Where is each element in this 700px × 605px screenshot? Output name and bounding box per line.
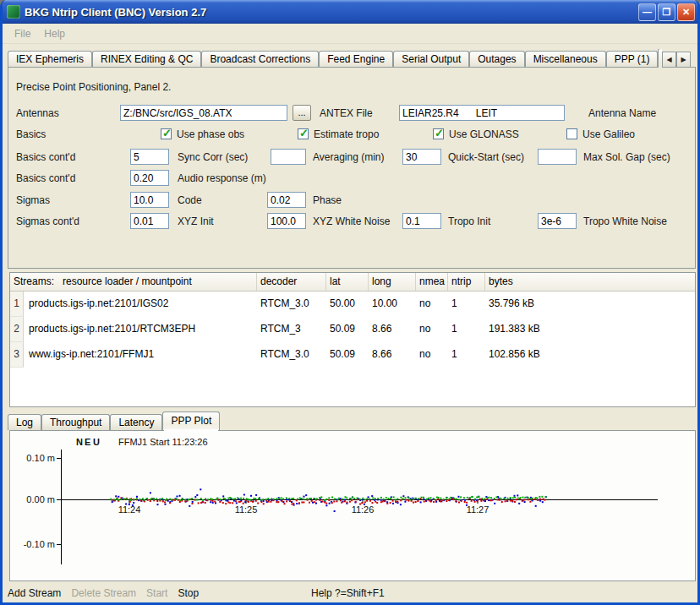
delete-stream-button[interactable]: Delete Stream (66, 584, 141, 602)
tab-iex-ephemeris[interactable]: IEX Ephemeris (8, 51, 92, 68)
bottom-tab-bar: Log Throughput Latency PPP Plot (8, 412, 220, 430)
tab-feed-engine[interactable]: Feed Engine (319, 51, 393, 68)
row-number: 3 (10, 342, 24, 368)
col-header-decoder[interactable]: decoder (257, 273, 326, 291)
antennas-label: Antennas (16, 107, 59, 119)
audio-response-label: Audio response (m) (178, 172, 266, 184)
averaging-input[interactable] (271, 149, 306, 165)
tab-outages[interactable]: Outages (469, 51, 524, 68)
panel-title: Precise Point Positioning, Panel 2. (16, 81, 171, 93)
tab-serial-output[interactable]: Serial Output (393, 51, 469, 68)
tab-broadcast-corrections[interactable]: Broadcast Corrections (201, 51, 319, 68)
basics2-label: Basics cont'd (16, 151, 75, 163)
menu-bar: File Help (3, 24, 697, 44)
cell-ntrip: 1 (448, 317, 485, 342)
status-bar: Add Stream Delete Stream Start Stop Help… (3, 581, 697, 605)
table-row[interactable]: 3 www.igs-ip.net:2101/FFMJ1 RTCM_3.0 50.… (10, 342, 695, 368)
stop-button[interactable]: Stop (172, 584, 204, 602)
tab-scroll-left-icon[interactable]: ◀ (662, 52, 676, 68)
menu-help[interactable]: Help (37, 25, 72, 42)
table-row[interactable]: 2 products.igs-ip.net:2101/RTCM3EPH RTCM… (10, 317, 695, 342)
tab-ppp-plot[interactable]: PPP Plot (162, 412, 220, 430)
xtick-1125: 11:25 (235, 504, 258, 515)
legend-u: U (93, 437, 100, 447)
help-shortcut-label: Help ?=Shift+F1 (311, 587, 385, 599)
cell-nmea: no (416, 342, 448, 368)
close-button[interactable]: ✕ (677, 3, 695, 21)
max-sol-gap-input[interactable] (538, 149, 577, 165)
plot-title: FFMJ1 Start 11:23:26 (118, 437, 208, 447)
legend-n: N (76, 437, 83, 447)
xyz-white-noise-input[interactable] (267, 213, 306, 229)
tab-scroll-right-icon[interactable]: ▶ (676, 52, 691, 68)
sync-corr-input[interactable] (130, 149, 169, 165)
add-stream-button[interactable]: Add Stream (3, 584, 66, 602)
col-header-nmea[interactable]: nmea (416, 273, 448, 291)
tropo-init-input[interactable] (402, 213, 441, 229)
use-glonass-checkbox[interactable] (433, 128, 444, 139)
row-number: 1 (10, 292, 24, 317)
menu-file[interactable]: File (8, 25, 37, 42)
cell-lat: 50.09 (326, 317, 369, 342)
col-header-long[interactable]: long (369, 273, 416, 291)
quick-start-input[interactable] (402, 149, 441, 165)
maximize-button[interactable]: ❐ (658, 3, 675, 21)
app-window: BKG Ntrip Client (BNC) Version 2.7 — ❐ ✕… (0, 0, 700, 605)
use-phase-obs-checkbox[interactable] (161, 128, 172, 139)
streams-table-header: Streams: resource loader / mountpoint de… (10, 273, 695, 292)
tab-log[interactable]: Log (8, 414, 41, 430)
xyz-init-label: XYZ Init (178, 215, 214, 227)
antenna-name-input[interactable] (399, 105, 565, 121)
col-header-ntrip[interactable]: ntrip (448, 273, 485, 291)
col-header-bytes[interactable]: bytes (485, 273, 695, 291)
col-header-mountpoint[interactable]: Streams: resource loader / mountpoint (10, 273, 257, 291)
start-button[interactable]: Start (141, 584, 172, 602)
cell-bytes: 191.383 kB (485, 317, 695, 342)
audio-response-input[interactable] (130, 170, 169, 186)
xyz-init-input[interactable] (130, 213, 169, 229)
tab-miscellaneous[interactable]: Miscellaneous (525, 51, 606, 68)
cell-mountpoint: products.igs-ip.net:2101/RTCM3EPH (24, 317, 257, 342)
cell-bytes: 102.856 kB (485, 342, 695, 368)
ppp2-panel: Precise Point Positioning, Panel 2. Ante… (8, 67, 696, 269)
table-row[interactable]: 1 products.igs-ip.net:2101/IGS02 RTCM_3.… (10, 292, 695, 317)
minimize-button[interactable]: — (638, 3, 656, 21)
use-galileo-checkbox[interactable] (566, 128, 577, 139)
cell-ntrip: 1 (448, 342, 485, 368)
estimate-tropo-label: Estimate tropo (314, 128, 379, 140)
window-title: BKG Ntrip Client (BNC) Version 2.7 (25, 6, 637, 19)
cell-decoder: RTCM_3.0 (257, 292, 326, 317)
tab-ppp-1[interactable]: PPP (1) (606, 51, 659, 68)
cell-bytes: 35.796 kB (485, 292, 695, 317)
browse-antex-button[interactable]: ... (293, 105, 311, 121)
ytick-010: 0.10 m (26, 453, 55, 463)
use-galileo-label: Use Galileo (582, 128, 635, 140)
cell-mountpoint: products.igs-ip.net:2101/IGS02 (24, 292, 257, 317)
tab-throughput[interactable]: Throughput (41, 414, 110, 430)
sigma-code-input[interactable] (130, 192, 169, 208)
tab-ppp-2[interactable]: PPP (2) (658, 49, 662, 68)
tab-rinex-editing-qc[interactable]: RINEX Editing & QC (92, 51, 201, 68)
ytick-000: 0.00 m (26, 494, 55, 504)
cell-ntrip: 1 (448, 292, 485, 317)
legend-e: E (85, 437, 90, 447)
antex-path-input[interactable] (120, 105, 287, 121)
cell-long: 8.66 (369, 342, 416, 368)
col-header-lat[interactable]: lat (326, 273, 369, 291)
row-number: 2 (10, 317, 24, 342)
cell-decoder: RTCM_3.0 (257, 342, 326, 368)
sigmas-label: Sigmas (16, 194, 50, 206)
tab-latency[interactable]: Latency (110, 414, 162, 430)
xyz-white-noise-label: XYZ White Noise (313, 215, 390, 227)
cell-decoder: RTCM_3 (257, 317, 326, 342)
xtick-1126: 11:26 (352, 504, 375, 515)
quick-start-label: Quick-Start (sec) (448, 151, 524, 163)
estimate-tropo-checkbox[interactable] (298, 128, 309, 139)
sigma-phase-input[interactable] (267, 192, 306, 208)
sigma-code-label: Code (178, 194, 202, 206)
cell-nmea: no (416, 317, 448, 342)
tropo-white-noise-input[interactable] (538, 213, 577, 229)
title-bar[interactable]: BKG Ntrip Client (BNC) Version 2.7 — ❐ ✕ (0, 0, 700, 24)
xtick-1127: 11:27 (467, 504, 489, 515)
use-glonass-label: Use GLONASS (449, 128, 519, 140)
